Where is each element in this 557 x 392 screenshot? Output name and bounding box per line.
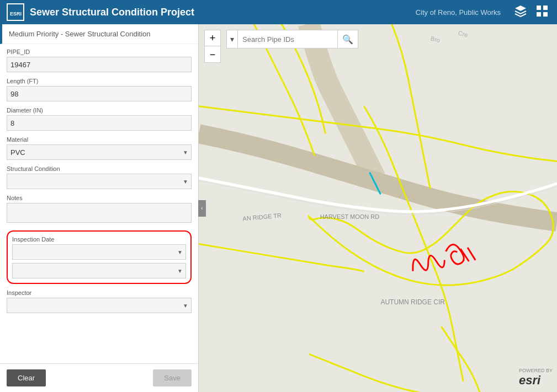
diameter-input[interactable] xyxy=(7,115,192,131)
map-controls: + − xyxy=(204,30,221,63)
inspection-date-group: Inspection Date ▼ ▼ xyxy=(7,230,192,284)
header-icon-group xyxy=(512,3,550,22)
structural-condition-select[interactable] xyxy=(7,174,192,189)
svg-marker-2 xyxy=(515,6,526,11)
layers-button[interactable] xyxy=(512,3,529,22)
clear-button[interactable]: Clear xyxy=(7,369,46,386)
app-title: Sewer Structural Condition Project xyxy=(30,7,416,18)
svg-text:HARVEST MOON RD: HARVEST MOON RD xyxy=(320,213,380,220)
inspection-date-select2-wrapper: ▼ xyxy=(12,263,186,278)
svg-rect-4 xyxy=(543,6,548,10)
inspector-select[interactable] xyxy=(7,298,192,313)
app-subtitle: City of Reno, Public Works xyxy=(416,8,501,17)
grid-button[interactable] xyxy=(534,4,550,21)
pipe-id-label: PIPE_ID xyxy=(7,49,192,55)
structural-condition-label: Structural Condition xyxy=(7,165,192,172)
left-panel: Medium Priority - Sewer Structural Condi… xyxy=(0,24,199,392)
inspection-date-select1[interactable] xyxy=(12,244,186,260)
panel-collapse-arrow[interactable]: ‹ xyxy=(198,200,206,217)
inspector-label: Inspector xyxy=(7,289,192,296)
diameter-group: Diameter (IN) xyxy=(7,107,192,131)
main-content: Medium Priority - Sewer Structural Condi… xyxy=(0,24,557,392)
length-input[interactable] xyxy=(7,86,192,101)
inspection-date-select2[interactable] xyxy=(12,263,186,278)
pipe-id-input[interactable] xyxy=(7,57,192,72)
app-header: ESRI Sewer Structural Condition Project … xyxy=(0,0,557,24)
inspection-date-label: Inspection Date xyxy=(12,236,186,243)
structural-condition-select-wrapper: ▼ xyxy=(7,174,192,189)
panel-footer: Clear Save xyxy=(0,363,198,392)
length-group: Length (FT) xyxy=(7,78,192,101)
search-input[interactable] xyxy=(238,30,337,48)
pipe-id-group: PIPE_ID xyxy=(7,49,192,72)
app-logo: ESRI xyxy=(7,3,24,21)
notes-group: Notes xyxy=(7,195,192,225)
svg-rect-6 xyxy=(543,12,548,17)
zoom-out-button[interactable]: − xyxy=(204,46,221,63)
search-bar: ▾ 🔍 xyxy=(226,30,358,49)
structural-condition-group: Structural Condition ▼ xyxy=(7,165,192,189)
zoom-in-button[interactable]: + xyxy=(204,30,221,46)
material-select[interactable]: PVC xyxy=(7,144,192,160)
length-label: Length (FT) xyxy=(7,78,192,84)
inspection-date-select1-wrapper: ▼ xyxy=(12,244,186,260)
map-background: AN RIDGE TR HARVEST MOON RD AUTUMN RIDGE… xyxy=(199,24,557,392)
inspector-select-wrapper: ▼ xyxy=(7,298,192,313)
diameter-label: Diameter (IN) xyxy=(7,107,192,114)
search-dropdown-button[interactable]: ▾ xyxy=(227,30,238,48)
svg-rect-5 xyxy=(537,12,541,17)
svg-text:ESRI: ESRI xyxy=(10,11,22,17)
search-submit-button[interactable]: 🔍 xyxy=(337,30,358,48)
svg-rect-3 xyxy=(537,6,541,10)
esri-badge: POWERED BY esri xyxy=(519,368,553,388)
notes-label: Notes xyxy=(7,195,192,201)
material-select-wrapper: PVC ▼ xyxy=(7,144,192,160)
form-area: PIPE_ID Length (FT) Diameter (IN) Materi… xyxy=(0,44,198,363)
panel-section-title: Medium Priority - Sewer Structural Condi… xyxy=(0,24,198,44)
map-area[interactable]: + − ▾ 🔍 xyxy=(199,24,557,392)
material-group: Material PVC ▼ xyxy=(7,136,192,160)
svg-text:AUTUMN RIDGE CIR: AUTUMN RIDGE CIR xyxy=(380,298,445,306)
notes-input[interactable] xyxy=(7,203,192,223)
material-label: Material xyxy=(7,136,192,143)
inspector-group: Inspector ▼ xyxy=(7,289,192,313)
save-button[interactable]: Save xyxy=(153,369,192,386)
